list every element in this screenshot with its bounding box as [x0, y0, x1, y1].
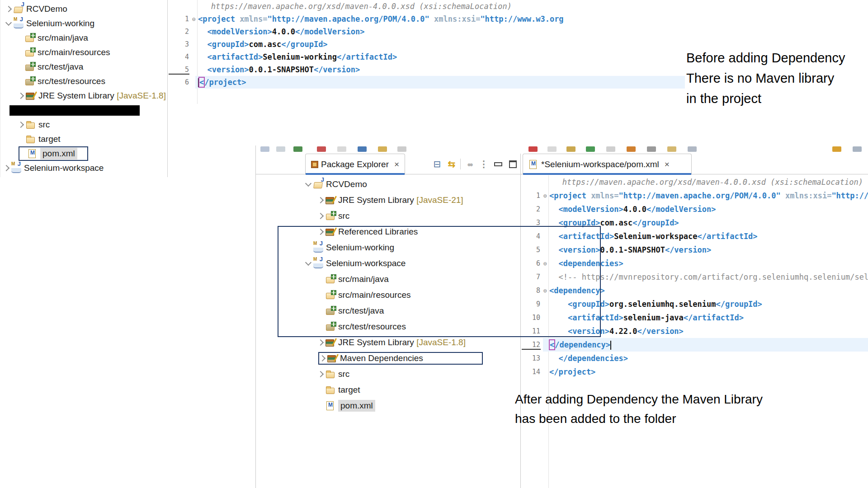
- tree-item-pom-xml[interactable]: pom.xml: [256, 398, 520, 413]
- pom-editor-selenium-workspace[interactable]: https://maven.apache.org/xsd/maven-4.0.0…: [521, 175, 868, 488]
- code-line-3[interactable]: 3 <groupId>com.asc</groupId>: [168, 38, 685, 51]
- chevron-collapsed-icon[interactable]: [317, 197, 324, 203]
- chevron-expanded-icon[interactable]: [5, 19, 12, 26]
- code-text: <version>0.0.1-SNAPSHOT</version>: [198, 65, 360, 74]
- tree-item-src-main-resources[interactable]: src/main/resources: [0, 45, 167, 60]
- code-line-5[interactable]: 5 <version>0.0.1-SNAPSHOT</version>: [521, 243, 868, 257]
- tree-item-src-main-resources[interactable]: src/main/resources: [256, 287, 520, 303]
- line-number: 14: [521, 368, 541, 376]
- tree-item-rcvdemo[interactable]: RCVDemo: [256, 176, 520, 192]
- minimize-icon[interactable]: [491, 157, 505, 171]
- code-line-11[interactable]: 11 <version>4.22.0</version>: [521, 324, 868, 338]
- lib-icon: [326, 227, 335, 236]
- syntax-segment: Selenium-working: [263, 52, 337, 61]
- tree-item-jre-system-library[interactable]: JRE System Library [JavaSE-1.8]: [256, 334, 520, 350]
- code-text: <dependencies>: [549, 259, 623, 268]
- chevron-collapsed-icon[interactable]: [317, 339, 324, 345]
- code-line-5[interactable]: 5 <version>0.0.1-SNAPSHOT</version>: [168, 63, 685, 76]
- code-line-14[interactable]: 14</project>: [521, 365, 868, 379]
- syntax-segment: </version>: [314, 65, 360, 74]
- code-line-3[interactable]: 3 <groupId>com.asc</groupId>: [521, 216, 868, 230]
- tree-item-rcvdemo[interactable]: RCVDemo: [0, 2, 167, 16]
- tree-item-jre-system-library[interactable]: JRE System Library [JavaSE-1.8]: [0, 89, 167, 103]
- package-explorer-tree-top[interactable]: RCVDemoSelenium-workingsrc/main/javasrc/…: [0, 0, 168, 177]
- code-line-8[interactable]: 8⊖<dependency>: [521, 284, 868, 297]
- toolbar-icon-fragment: [688, 146, 697, 152]
- link-with-editor-icon[interactable]: ⇆: [444, 157, 459, 171]
- chevron-collapsed-icon[interactable]: [317, 371, 324, 377]
- chevron-collapsed-icon[interactable]: [5, 6, 12, 12]
- tab-selenium-workspace-pom[interactable]: *Selenium-workspace/pom.xml ×: [523, 154, 692, 174]
- chevron-collapsed-icon[interactable]: [18, 122, 24, 128]
- tree-item-pom-xml[interactable]: pom.xml: [0, 146, 167, 161]
- close-icon[interactable]: ×: [665, 160, 670, 169]
- chevron-collapsed-icon[interactable]: [3, 165, 9, 171]
- fold-collapse-icon[interactable]: ⊖: [541, 192, 549, 199]
- filters-icon[interactable]: ●●: [462, 157, 476, 171]
- tree-item-jre-system-library[interactable]: JRE System Library [JavaSE-21]: [256, 192, 520, 208]
- chevron-expanded-icon[interactable]: [305, 180, 311, 186]
- tree-item-target[interactable]: target: [256, 382, 520, 398]
- toolbar-icon-fragment: [293, 146, 302, 152]
- code-line-1[interactable]: 1⊖<project xmlns="http://maven.apache.or…: [168, 13, 685, 25]
- view-menu-icon[interactable]: ⋮: [476, 157, 491, 171]
- tree-item-selenium-workspace[interactable]: Selenium-workspace: [256, 255, 520, 271]
- chevron-expanded-icon[interactable]: [305, 259, 311, 265]
- fold-collapse-icon[interactable]: ⊖: [541, 260, 549, 267]
- tree-item-referenced-libraries[interactable]: Referenced Libraries: [256, 224, 520, 239]
- maximize-icon[interactable]: [505, 157, 520, 171]
- code-line-4[interactable]: 4 <artifactId>Selenium-workspace</artifa…: [521, 230, 868, 243]
- close-icon[interactable]: ×: [394, 160, 399, 169]
- pom-editor-selenium-working[interactable]: https://maven.apache.org/xsd/maven-4.0.0…: [168, 0, 685, 104]
- panel-divider[interactable]: [520, 154, 521, 488]
- chevron-collapsed-icon[interactable]: [18, 93, 24, 99]
- toolbar-icon-fragment: [667, 146, 676, 152]
- tree-item-selenium-working[interactable]: Selenium-working: [0, 16, 167, 31]
- code-line-13[interactable]: 13 </dependencies>: [521, 352, 868, 365]
- tree-item-src-main-java[interactable]: src/main/java: [0, 31, 167, 45]
- syntax-segment: "http://maven.apache.org/POM/4.0.0": [268, 14, 429, 23]
- code-text: <groupId>org.seleniumhq.selenium</groupI…: [549, 300, 762, 309]
- tree-item-maven-dependencies[interactable]: Maven Dependencies: [256, 350, 520, 366]
- code-line-6[interactable]: 6</project>: [168, 76, 685, 89]
- chevron-collapsed-icon[interactable]: [317, 212, 324, 219]
- chevron-collapsed-icon[interactable]: [317, 228, 324, 235]
- code-line-7[interactable]: 7 <!-- https://mvnrepository.com/artifac…: [521, 270, 868, 284]
- package-explorer-tree-bottom[interactable]: RCVDemoJRE System Library [JavaSE-21]src…: [256, 176, 520, 413]
- tab-package-explorer[interactable]: Package Explorer ×: [305, 154, 405, 174]
- code-line-10[interactable]: 10 <artifactId>selenium-java</artifactId…: [521, 311, 868, 324]
- code-line-2[interactable]: 2 <modelVersion>4.0.0</modelVersion>: [168, 25, 685, 38]
- tree-item-src-test-java[interactable]: src/test/java: [0, 60, 167, 74]
- code-line-9[interactable]: 9 <groupId>org.seleniumhq.selenium</grou…: [521, 297, 868, 311]
- tree-item-label: Selenium-working: [26, 19, 94, 28]
- toolbar-icon-fragment: [397, 146, 406, 152]
- tree-item-src-test-resources[interactable]: src/test/resources: [0, 74, 167, 89]
- tree-item-target[interactable]: target: [0, 132, 167, 146]
- code-line-12[interactable]: 12</dependency>: [521, 338, 868, 352]
- code-line-1[interactable]: 1⊖<project xmlns="http://maven.apache.or…: [521, 189, 868, 202]
- code-line-4[interactable]: 4 <artifactId>Selenium-working</artifact…: [168, 51, 685, 63]
- syntax-segment: 4.0.0: [272, 27, 295, 36]
- fold-collapse-icon[interactable]: ⊖: [541, 287, 549, 294]
- toolbar-icon-fragment: [317, 146, 326, 152]
- srcpkg-icon: [326, 291, 335, 300]
- line-number: 12: [521, 341, 541, 349]
- toolbar-icon-fragment: [528, 146, 538, 152]
- tree-item-src[interactable]: src: [256, 366, 520, 382]
- tree-item-label: src: [338, 369, 349, 379]
- fold-collapse-icon[interactable]: ⊖: [190, 16, 198, 23]
- tree-item-src[interactable]: src: [256, 208, 520, 224]
- collapse-all-icon[interactable]: ⊟: [430, 157, 444, 171]
- chevron-collapsed-icon[interactable]: [319, 355, 326, 361]
- tree-item-src-test-resources[interactable]: src/test/resources: [256, 319, 520, 334]
- toolbar-icon-fragment: [358, 146, 367, 152]
- syntax-segment: "http://www.w3.org: [480, 14, 563, 23]
- tree-item-src[interactable]: src: [0, 117, 167, 132]
- syntax-segment: xmlns=: [235, 14, 268, 23]
- tree-item-src-main-java[interactable]: src/main/java: [256, 271, 520, 287]
- tree-item-src-test-java[interactable]: src/test/java: [256, 303, 520, 319]
- tree-item-selenium-workspace[interactable]: Selenium-workspace: [0, 161, 167, 175]
- code-line-2[interactable]: 2 <modelVersion>4.0.0</modelVersion>: [521, 202, 868, 216]
- code-line-6[interactable]: 6⊖ <dependencies>: [521, 257, 868, 270]
- tree-item-selenium-working[interactable]: Selenium-working: [256, 239, 520, 255]
